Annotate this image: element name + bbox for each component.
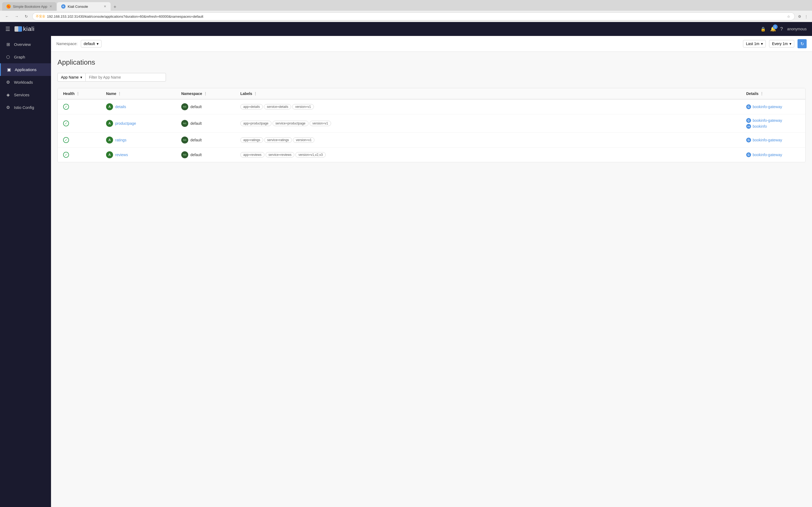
sidebar-item-graph[interactable]: ⬡ Graph (0, 51, 51, 63)
sidebar-item-label-workloads: Workloads (14, 80, 33, 84)
applications-icon: ▣ (6, 67, 11, 72)
lock-icon[interactable]: 🔒 (760, 26, 766, 32)
namespace-value: default (84, 42, 95, 46)
app-link-reviews[interactable]: reviews (115, 153, 128, 157)
kiali-app: ☰ kiali 🔒 🔔 1 ? anonymous ⊞ Overview (0, 22, 812, 507)
page-content: Applications App Name ▾ Health ⋮ (51, 52, 812, 169)
ns-cell-productpage: NS default (181, 120, 240, 127)
namespace-sort-icon[interactable]: ⋮ (204, 92, 207, 96)
sidebar-item-services[interactable]: ◈ Services (0, 89, 51, 101)
label-tag: version=v1 (292, 104, 314, 109)
graph-icon: ⬡ (5, 54, 11, 60)
label-tag: version=v1 (293, 137, 314, 143)
detail-label: bookinfo-gateway (753, 153, 782, 157)
refresh-button[interactable]: ↻ (798, 39, 807, 48)
new-tab-button[interactable]: + (111, 3, 119, 11)
applications-table: Health ⋮ Name ⋮ Namespace ⋮ Labels (57, 88, 806, 162)
label-tag: service=ratings (264, 137, 292, 143)
page-title: Applications (57, 58, 806, 66)
detail-link-vs-productpage[interactable]: VS bookinfo (746, 124, 800, 129)
ns-text-ratings: default (190, 138, 202, 142)
ns-cell-reviews: NS default (181, 151, 240, 158)
hamburger-menu[interactable]: ☰ (5, 26, 10, 32)
detail-label: bookinfo-gateway (753, 138, 782, 142)
col-health-label: Health (63, 92, 74, 96)
detail-label-vs: bookinfo (753, 124, 767, 128)
extensions-icon[interactable]: ⚙ (797, 14, 802, 19)
menu-icon[interactable]: ⋮ (803, 14, 809, 19)
name-cell-ratings: A ratings (106, 136, 181, 144)
tab-favicon-kiali: K (61, 4, 65, 9)
name-sort-icon[interactable]: ⋮ (118, 92, 121, 96)
gateway-icon: G (746, 152, 751, 157)
namespace-label: Namespace: (56, 42, 78, 46)
last-time-selector[interactable]: Last 1m ▾ (743, 40, 766, 48)
detail-link-gateway-reviews[interactable]: G bookinfo-gateway (746, 152, 800, 157)
gateway-icon: G (746, 104, 751, 109)
health-sort-icon[interactable]: ⋮ (76, 92, 80, 96)
app-badge-productpage: A (106, 120, 113, 127)
gateway-icon: G (746, 118, 751, 123)
col-name-label: Name (106, 92, 116, 96)
help-icon[interactable]: ? (780, 26, 783, 32)
labels-cell-ratings: app=ratings service=ratings version=v1 (240, 137, 746, 143)
app-badge-reviews: A (106, 151, 113, 158)
ns-text-details: default (190, 105, 202, 109)
tab-bar: 🔖 Simple Bookstore App ✕ K Kiali Console… (0, 0, 812, 11)
kiali-text: kiali (23, 25, 35, 33)
address-icons: ☆ (786, 14, 791, 19)
ns-badge-productpage: NS (181, 120, 188, 127)
sidebar-item-label-graph: Graph (14, 55, 25, 59)
filter-type-dropdown-icon: ▾ (80, 75, 82, 79)
ns-badge-reviews: NS (181, 151, 188, 158)
labels-cell-productpage: app=productpage service=productpage vers… (240, 121, 746, 126)
sidebar-item-workloads[interactable]: ⚙ Workloads (0, 76, 51, 89)
forward-button[interactable]: → (13, 13, 20, 20)
app-link-details[interactable]: details (115, 105, 126, 109)
app-link-productpage[interactable]: productpage (115, 121, 136, 125)
gateway-icon: G (746, 137, 751, 143)
content-area: Namespace: default ▾ Last 1m ▾ Every 1m … (51, 36, 812, 507)
browser-actions: ⚙ ⋮ (797, 14, 809, 19)
ns-badge-details: NS (181, 103, 188, 110)
sidebar-item-overview[interactable]: ⊞ Overview (0, 38, 51, 51)
label-tag: app=reviews (240, 152, 264, 158)
name-cell-details: A details (106, 103, 181, 110)
top-nav-right: 🔒 🔔 1 ? anonymous (760, 26, 807, 32)
filter-type-selector[interactable]: App Name ▾ (57, 73, 85, 81)
filter-input[interactable] (85, 73, 166, 81)
sidebar-item-istio-config[interactable]: ⚙ Istio Config (0, 101, 51, 114)
sidebar-item-label-overview: Overview (14, 42, 31, 47)
tab-bookstore[interactable]: 🔖 Simple Bookstore App ✕ (2, 2, 56, 11)
app-badge-ratings: A (106, 136, 113, 144)
detail-link-gateway-productpage[interactable]: G bookinfo-gateway (746, 118, 800, 123)
reload-button[interactable]: ↻ (22, 13, 30, 20)
details-cell-productpage: G bookinfo-gateway VS bookinfo (746, 118, 800, 129)
health-ok-icon-details: ✓ (63, 104, 69, 110)
refresh-interval-selector[interactable]: Every 1m ▾ (769, 40, 794, 48)
app-link-ratings[interactable]: ratings (115, 138, 126, 142)
back-button[interactable]: ← (3, 13, 11, 20)
bookmark-icon[interactable]: ☆ (786, 14, 791, 19)
labels-sort-icon[interactable]: ⋮ (254, 92, 257, 96)
address-bar[interactable]: 不安全 192.168.153.102:31430/kiali/console/… (32, 12, 795, 20)
label-tag: service=productpage (272, 121, 309, 126)
content-toolbar: Namespace: default ▾ Last 1m ▾ Every 1m … (51, 36, 812, 52)
ns-cell-details: NS default (181, 103, 240, 110)
col-name: Name ⋮ (106, 92, 181, 96)
tab-close-bookstore[interactable]: ✕ (49, 5, 52, 8)
health-cell-details: ✓ (63, 104, 106, 110)
user-name: anonymous (787, 27, 807, 31)
detail-link-gateway-ratings[interactable]: G bookinfo-gateway (746, 137, 800, 143)
health-ok-icon-productpage: ✓ (63, 120, 69, 126)
details-cell-reviews: G bookinfo-gateway (746, 152, 800, 157)
tab-close-kiali[interactable]: ✕ (104, 5, 106, 8)
labels-cell-details: app=details service=details version=v1 (240, 104, 746, 109)
notification-bell[interactable]: 🔔 1 (770, 26, 776, 32)
namespace-selector[interactable]: default ▾ (81, 40, 101, 48)
sidebar-item-applications[interactable]: ▣ Applications (0, 63, 51, 76)
details-sort-icon[interactable]: ⋮ (760, 92, 763, 96)
tab-kiali[interactable]: K Kiali Console ✕ (57, 2, 111, 11)
detail-link-gateway-details[interactable]: G bookinfo-gateway (746, 104, 800, 109)
ns-cell-ratings: NS default (181, 136, 240, 144)
